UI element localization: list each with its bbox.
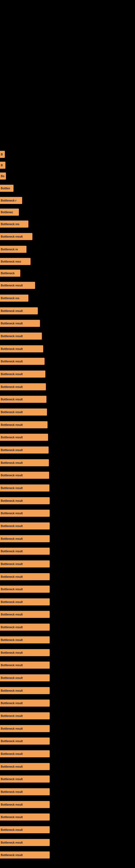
bar-label: Bottleneck result [1, 474, 23, 477]
bar-label: Bottleneck result [1, 790, 23, 794]
bar-item: Bottleneck result [0, 547, 50, 555]
bar: Bottleneck result [0, 788, 50, 795]
bar: Bottleneck result [0, 485, 49, 492]
bar-item: Bottleneck result [0, 801, 50, 808]
bar-label: Bottleneck result [1, 626, 23, 629]
bar: Bottleneck result [0, 560, 50, 567]
bar-label: Bottleneck result [1, 373, 23, 376]
page-wrapper: TheBottlenecker.com BBBoBottlenBottlenec… [0, 0, 135, 868]
bar-label: B [1, 153, 3, 156]
bar-item: Bottleneck result [0, 687, 50, 694]
bar: Bottleneck result [0, 548, 50, 555]
bar-label: Bottleneck result [1, 803, 23, 806]
bar: Bottleneck result [0, 358, 45, 365]
bar-label: Bottleneck result [1, 664, 23, 667]
bar-item: Bottleneck result [0, 345, 43, 352]
bar: Bo [0, 173, 6, 180]
bar-item: Bottleneck result [0, 358, 45, 365]
bar-label: Bottleneck result [1, 461, 23, 464]
bar-label: Bottleneck result [1, 398, 23, 401]
bar-label: Bottleneck result [1, 310, 23, 312]
bar: Bottleneck result [0, 598, 50, 606]
bar-item: Bottleneck result [0, 573, 50, 581]
bar-label: Bottleneck result [1, 424, 23, 426]
bar: Bottleneck result [0, 826, 50, 833]
bar-label: Bottleneck result [1, 689, 23, 692]
bar-label: Bottleneck r [1, 199, 16, 202]
bar-item: Bottleneck result [0, 585, 50, 593]
bar: Bottleneck result [0, 813, 50, 820]
bar: Bottleneck reso [0, 258, 31, 265]
bar-label: Bottleneck result [1, 740, 23, 743]
bar-item: Bottleneck res [0, 294, 28, 302]
bar-label: Bottleneck [1, 272, 14, 275]
bar-label: Bottleneck result [1, 639, 23, 642]
bar-item: Bottleneck result [0, 699, 50, 707]
bar: Bottlenec [0, 209, 19, 216]
bar-label: Bottlen [1, 187, 10, 190]
bar: Bottleneck result [0, 408, 47, 415]
bar: Bottleneck result [0, 637, 50, 643]
bar-item: Bottleneck result [0, 775, 50, 783]
bar: Bottleneck result [0, 763, 50, 770]
bar-label: Bottleneck result [1, 411, 23, 414]
bar: Bottleneck result [0, 586, 50, 593]
bar: Bottleneck result [0, 725, 50, 732]
bar: Bottleneck result [0, 472, 49, 479]
bar-item: Bottleneck result [0, 636, 50, 644]
bar: Bottleneck result [0, 801, 50, 808]
bar: Bottleneck result [0, 687, 50, 694]
bar: Bottleneck result [0, 282, 35, 289]
bar-label: Bottleneck result [1, 828, 23, 831]
bar-label: Bottleneck result [1, 347, 23, 350]
bar-label: Bottleneck result [1, 575, 23, 578]
bar-label: B [1, 164, 3, 167]
bar: Bottleneck result [0, 434, 48, 441]
bar: Bottlen [0, 185, 13, 192]
bar-item: Bo [0, 172, 6, 180]
bar-label: Bottleneck res [1, 223, 19, 226]
bar: Bottleneck result [0, 611, 50, 618]
bar-label: Bottleneck result [1, 512, 23, 515]
bar-item: Bottleneck result [0, 408, 47, 416]
bar: Bottleneck [0, 270, 20, 277]
bar-item: Bottleneck result [0, 233, 32, 240]
bar: Bottleneck result [0, 421, 48, 428]
bar-label: Bottleneck result [1, 752, 23, 755]
bar: Bottleneck result [0, 396, 46, 403]
bar: Bottleneck result [0, 712, 50, 719]
bar: Bottleneck result [0, 750, 50, 757]
bar-label: Bottleneck result [1, 677, 23, 680]
bar-item: Bottleneck result [0, 813, 50, 821]
bar-label: Bottleneck result [1, 854, 23, 857]
bar: Bottleneck result [0, 661, 50, 669]
bar: Bottleneck result [0, 535, 50, 542]
bar-item: Bottleneck result [0, 396, 46, 403]
bar: Bottleneck result [0, 345, 43, 352]
bar: Bottleneck result [0, 522, 50, 529]
bar-label: Bottleneck result [1, 563, 23, 565]
bar-label: Bottleneck result [1, 537, 23, 540]
bar-label: Bottleneck result [1, 550, 23, 553]
bar: Bottleneck result [0, 775, 50, 782]
bar-item: Bottleneck result [0, 421, 48, 429]
bar-label: Bottleneck result [1, 525, 23, 528]
bar-label: Bottleneck result [1, 727, 23, 730]
bar-item: Bottleneck r [0, 197, 22, 204]
bar-item: Bottleneck [0, 269, 20, 277]
bar-item: Bottleneck result [0, 649, 50, 656]
bar-item: Bottleneck result [0, 763, 50, 770]
bar: Bottleneck result [0, 738, 50, 745]
bar-label: Bottleneck result [1, 487, 23, 490]
bar-item: Bottleneck result [0, 535, 50, 542]
bar-label: Bottleneck result [1, 765, 23, 768]
bar: Bottleneck result [0, 383, 46, 390]
bar-item: Bottleneck result [0, 383, 46, 391]
bar-item: Bottleneck result [0, 851, 50, 859]
bar: B [0, 151, 5, 158]
bar: Bottleneck result [0, 649, 50, 656]
bar: B [0, 162, 5, 169]
bar-item: Bottleneck result [0, 522, 50, 530]
bar-item: Bottleneck result [0, 661, 50, 669]
bar: Bottleneck result [0, 320, 40, 327]
